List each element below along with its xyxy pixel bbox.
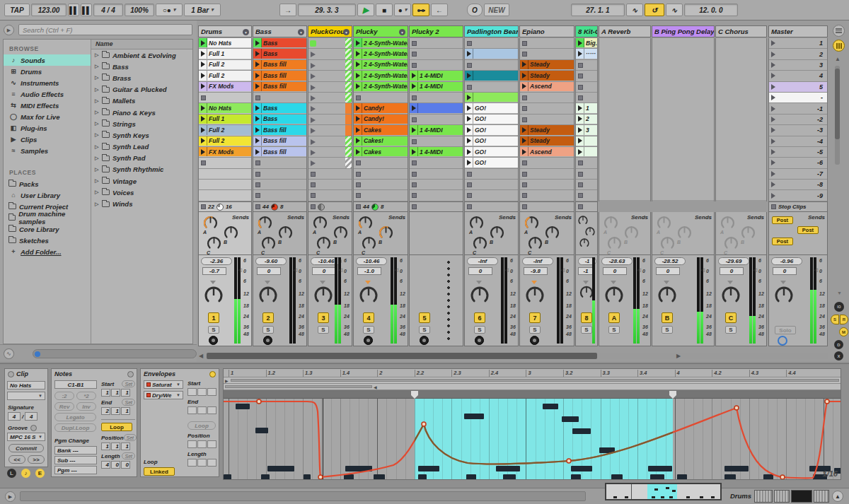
- send-knob-b[interactable]: B: [333, 225, 349, 244]
- clip-play-icon[interactable]: [253, 125, 262, 134]
- pan-knob[interactable]: [657, 285, 678, 309]
- clip-slot[interactable]: [410, 60, 463, 71]
- sidebar-item-add-folder-[interactable]: +Add Folder...: [4, 246, 91, 257]
- clip-slot[interactable]: [410, 169, 463, 180]
- clip[interactable]: Bass: [253, 103, 306, 112]
- double-tempo-button[interactable]: *2: [76, 392, 96, 400]
- send-knob-a[interactable]: A: [603, 215, 619, 234]
- name-column-header[interactable]: Name: [91, 40, 192, 49]
- send-knob-b[interactable]: B: [544, 225, 560, 244]
- clip-slot[interactable]: [576, 71, 597, 81]
- start-end-lane[interactable]: ▶: [224, 377, 841, 384]
- scene-slot[interactable]: 2: [769, 49, 827, 59]
- arm-record-button[interactable]: [420, 336, 429, 345]
- clip-slot[interactable]: GO!: [465, 136, 518, 147]
- legato-button[interactable]: Legato: [54, 413, 96, 421]
- session-vertical-scrollbar[interactable]: [835, 66, 840, 165]
- clip-slot[interactable]: GO!: [465, 125, 518, 136]
- loop-lane[interactable]: ◀: [224, 384, 841, 390]
- disclosure-triangle-icon[interactable]: ▷: [95, 132, 102, 138]
- clip-play-icon[interactable]: [199, 82, 207, 91]
- send-knob-a[interactable]: A: [720, 215, 736, 234]
- sidebar-item-drums[interactable]: ⊞Drums: [4, 66, 91, 77]
- clip-stop-button[interactable]: [467, 172, 472, 177]
- volume-display[interactable]: -Inf: [522, 257, 553, 265]
- group-slot-icon[interactable]: [311, 74, 316, 79]
- scene-slot[interactable]: -5: [769, 147, 827, 158]
- clip-stop-button[interactable]: [467, 182, 472, 187]
- clip-slot[interactable]: [308, 147, 352, 158]
- solo-cue-button[interactable]: S: [419, 326, 430, 334]
- arm-record-button[interactable]: [263, 336, 272, 345]
- clip-play-icon[interactable]: [576, 103, 584, 112]
- track-header[interactable]: Drums▼: [198, 25, 252, 37]
- sidebar-item-max-for-live[interactable]: ◯Max for Live: [4, 111, 91, 122]
- clip-play-icon[interactable]: [410, 125, 418, 134]
- scene-launch[interactable]: -1: [769, 103, 827, 113]
- scene-slot[interactable]: -3: [769, 125, 827, 136]
- clip-slot[interactable]: [354, 169, 408, 180]
- clip-stop-button[interactable]: [255, 182, 260, 187]
- sidebar-item-audio-effects[interactable]: ≡Audio Effects: [4, 88, 91, 100]
- clip-slot[interactable]: [308, 60, 352, 71]
- clip-slot[interactable]: Bass: [253, 38, 306, 49]
- send-knob-a[interactable]: A: [202, 215, 219, 234]
- clip[interactable]: 2 4-Synth-Water: [354, 82, 408, 91]
- clip-play-icon[interactable]: [253, 103, 262, 112]
- clip-slot[interactable]: Full 2: [199, 60, 251, 71]
- clip-play-icon[interactable]: [354, 60, 362, 69]
- send-knob-c[interactable]: C: [472, 235, 488, 254]
- pan-knob[interactable]: [258, 285, 279, 309]
- clip-stop-button[interactable]: [412, 139, 417, 144]
- track-header[interactable]: Bass▼: [253, 25, 307, 37]
- clip[interactable]: Bass fill: [253, 147, 306, 156]
- solo-cue-button[interactable]: S: [363, 326, 374, 334]
- scene-launch[interactable]: -2: [769, 115, 827, 124]
- duplicate-loop-button[interactable]: Dupl.Loop: [54, 423, 96, 432]
- clip-slot[interactable]: [308, 71, 352, 81]
- clip[interactable]: Bass fill: [253, 82, 306, 91]
- group-slot-icon[interactable]: [311, 150, 316, 156]
- clip[interactable]: Bass: [253, 38, 306, 47]
- envelope-breakpoint[interactable]: [825, 399, 829, 404]
- clip-slot[interactable]: FX Mods: [199, 82, 251, 93]
- clip[interactable]: Bass: [253, 49, 306, 58]
- notes-box-toggle[interactable]: ♪: [21, 469, 30, 478]
- clip-slot[interactable]: Ascend: [520, 82, 574, 93]
- clip-stop-button[interactable]: [255, 95, 260, 100]
- clip-stop-button[interactable]: [356, 193, 361, 198]
- set-start-button[interactable]: Set: [122, 380, 135, 387]
- device-thumbnail[interactable]: [774, 490, 790, 503]
- session-view-button[interactable]: [833, 40, 845, 52]
- clip-slot[interactable]: [410, 38, 463, 49]
- clip-slot[interactable]: [576, 180, 597, 190]
- pan-display[interactable]: -0.7: [202, 267, 226, 275]
- clip-slot[interactable]: [308, 82, 352, 93]
- clip-stop-button[interactable]: [522, 95, 527, 100]
- arm-record-button[interactable]: [475, 336, 484, 345]
- clip-slot[interactable]: [576, 147, 597, 158]
- clip-slot[interactable]: [410, 93, 463, 103]
- scene-play-icon[interactable]: [771, 149, 775, 155]
- sidebar-item-instruments[interactable]: ∿Instruments: [4, 77, 91, 88]
- scroll-up-icon[interactable]: ▲: [835, 56, 841, 62]
- clip-slot[interactable]: [354, 180, 408, 190]
- pan-display[interactable]: -1.0: [357, 267, 381, 275]
- scene-slot[interactable]: 5: [769, 82, 827, 93]
- clip-slot[interactable]: No Hats: [199, 38, 251, 49]
- scene-slot[interactable]: -8: [769, 180, 827, 190]
- clip[interactable]: Steady: [520, 60, 574, 69]
- scene-play-icon[interactable]: [771, 95, 775, 100]
- disclosure-triangle-icon[interactable]: ▷: [95, 52, 102, 58]
- track-activator-button[interactable]: 4: [363, 312, 374, 323]
- clip-stop-button[interactable]: [412, 172, 417, 177]
- clip[interactable]: Full 1: [199, 115, 251, 124]
- send-knob[interactable]: [579, 238, 590, 252]
- clip-stop-button[interactable]: [578, 160, 583, 165]
- scene-launch[interactable]: -: [769, 93, 827, 102]
- clip-slot[interactable]: [465, 190, 518, 201]
- set-end-button[interactable]: Set: [122, 399, 135, 406]
- send-knob-a[interactable]: A: [656, 215, 672, 234]
- mixer-section-toggle[interactable]: M: [839, 327, 848, 336]
- scene-slot[interactable]: -1: [769, 103, 827, 114]
